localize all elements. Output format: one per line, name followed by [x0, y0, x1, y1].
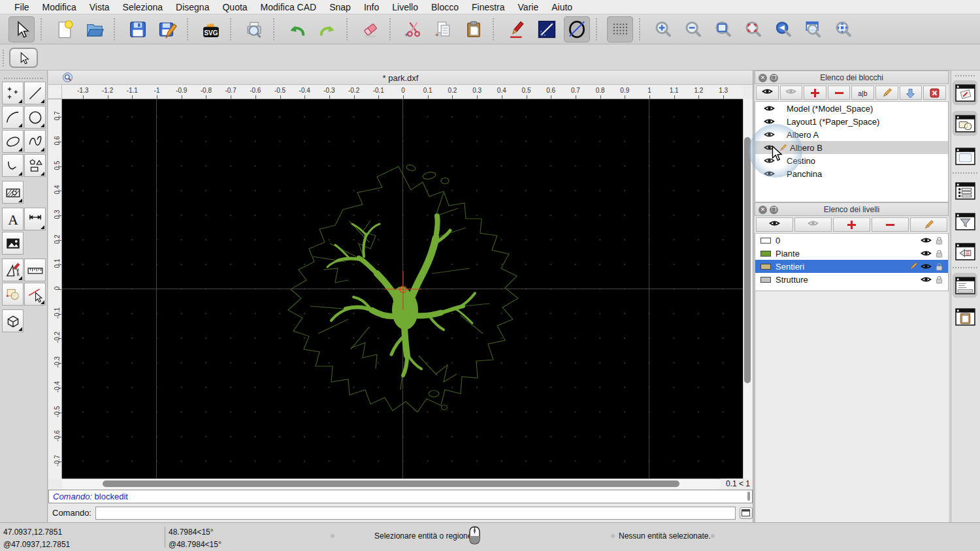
horizontal-scrollbar-thumb[interactable]	[103, 480, 679, 487]
layer-row[interactable]: Strutture	[755, 273, 948, 286]
open-folder-button[interactable]	[82, 16, 108, 42]
layer-panel-close-button[interactable]: ✕	[759, 206, 767, 214]
menu-livello[interactable]: Livello	[385, 0, 425, 14]
selection-pointer-button[interactable]	[9, 48, 38, 68]
menu-finestra[interactable]: Finestra	[465, 0, 512, 14]
zoom-out-button[interactable]	[680, 16, 706, 42]
save-as-button[interactable]	[155, 16, 181, 42]
layer-lock-icon[interactable]	[934, 275, 944, 285]
menu-vista[interactable]: Vista	[83, 0, 116, 14]
block-panel-close-button[interactable]: ✕	[759, 74, 767, 82]
command-panel-dock-button[interactable]	[953, 273, 977, 298]
block-row[interactable]: Albero B	[755, 141, 948, 154]
filter-panel-dock-button[interactable]	[953, 209, 977, 234]
menu-info[interactable]: Info	[357, 0, 385, 14]
show-all-layers-button[interactable]	[756, 217, 793, 232]
menu-disegna[interactable]: Disegna	[169, 0, 216, 14]
edit-layer-button[interactable]	[910, 217, 947, 232]
command-options-button[interactable]	[740, 507, 753, 519]
block-row[interactable]: Panchina	[755, 167, 948, 180]
layer-visibility-eye-icon[interactable]	[921, 262, 932, 270]
shapes-tool-button[interactable]	[24, 154, 46, 177]
layer-row[interactable]: 0	[755, 234, 948, 247]
measure-tool-button[interactable]	[24, 259, 46, 281]
drawing-canvas[interactable]	[62, 99, 743, 479]
block-row[interactable]: Model (*Model_Space)	[755, 102, 948, 115]
layer-visibility-eye-icon[interactable]	[921, 236, 932, 244]
spline-tool-button[interactable]	[24, 130, 46, 153]
block-row[interactable]: Layout1 (*Paper_Space)	[755, 115, 948, 128]
zoom-window-button[interactable]	[800, 16, 826, 42]
ellipse-tool-button[interactable]	[2, 130, 24, 153]
grid-toggle-button[interactable]	[607, 16, 633, 42]
line-draw-button[interactable]	[534, 16, 560, 42]
block-row[interactable]: Albero A	[755, 128, 948, 141]
block-row[interactable]: Cestino	[755, 154, 948, 167]
add-layer-button[interactable]	[833, 217, 870, 232]
empty-panel-dock-button[interactable]	[953, 144, 977, 168]
paste-button[interactable]	[461, 16, 487, 42]
menu-modifica[interactable]: Modifica	[36, 0, 83, 14]
print-preview-button[interactable]	[241, 16, 267, 42]
menu-varie[interactable]: Varie	[512, 0, 546, 14]
command-history-scrollbar[interactable]	[747, 492, 750, 501]
layer-panel-float-button[interactable]: ❐	[770, 206, 778, 214]
view-panel-dock-button[interactable]	[953, 239, 977, 264]
svg-export-button[interactable]: SVG	[198, 16, 224, 42]
erase-button[interactable]	[357, 16, 384, 42]
new-file-button[interactable]	[52, 16, 78, 42]
menu-quota[interactable]: Quota	[216, 0, 253, 14]
visibility-eye-icon[interactable]	[764, 104, 775, 112]
command-input[interactable]	[95, 507, 736, 520]
dimension-tool-button[interactable]	[24, 208, 46, 230]
visibility-eye-icon[interactable]	[764, 157, 775, 165]
undo-button[interactable]	[284, 16, 310, 42]
add-block-button[interactable]	[804, 86, 826, 100]
vertical-scrollbar-thumb[interactable]	[744, 137, 751, 383]
menu-aiuto[interactable]: Aiuto	[545, 0, 579, 14]
save-button[interactable]	[125, 16, 151, 42]
points-tool-button[interactable]	[2, 82, 24, 104]
delete-block-button[interactable]	[923, 86, 946, 100]
show-all-blocks-button[interactable]	[756, 86, 779, 100]
modify-tool-button[interactable]	[2, 259, 24, 281]
clipboard-panel-dock-button[interactable]	[953, 304, 977, 329]
ellipse-draw-button[interactable]	[564, 16, 590, 42]
zoom-auto-button[interactable]	[710, 16, 736, 42]
selection-tool-button[interactable]	[2, 283, 24, 306]
solid-tool-button[interactable]	[2, 309, 24, 332]
text-tool-button[interactable]: A	[2, 208, 24, 230]
cut-button[interactable]: +	[400, 16, 427, 42]
redo-button[interactable]	[314, 16, 340, 42]
layer-lock-icon[interactable]	[934, 249, 944, 259]
zoom-pan-button[interactable]	[830, 16, 857, 42]
property-editor-dock-button[interactable]	[953, 80, 977, 105]
list-panel-dock-button[interactable]	[953, 178, 977, 203]
hide-all-blocks-button[interactable]	[780, 86, 803, 100]
visibility-eye-icon[interactable]	[764, 131, 775, 138]
circle-tool-button[interactable]	[24, 106, 46, 129]
remove-layer-button[interactable]	[872, 217, 909, 232]
menu-snap[interactable]: Snap	[323, 0, 357, 14]
layer-visibility-eye-icon[interactable]	[921, 249, 932, 257]
zoom-previous-button[interactable]	[770, 16, 796, 42]
visibility-eye-icon[interactable]	[764, 170, 775, 178]
menu-seleziona[interactable]: Seleziona	[116, 0, 170, 14]
rename-block-button[interactable]: a|b	[851, 86, 874, 100]
hatch-tool-button[interactable]	[2, 181, 24, 204]
layer-lock-icon[interactable]	[934, 262, 944, 272]
polyline-tool-button[interactable]	[2, 154, 24, 177]
visibility-eye-icon[interactable]	[764, 118, 775, 125]
menu-modifica-cad[interactable]: Modifica CAD	[254, 0, 323, 14]
copy-button[interactable]: +	[431, 16, 457, 42]
layer-row[interactable]: Piante	[755, 247, 948, 260]
layer-visibility-eye-icon[interactable]	[921, 276, 932, 283]
insert-block-button[interactable]	[900, 86, 923, 100]
pen-button[interactable]	[504, 16, 530, 42]
arc-tool-button[interactable]	[2, 106, 24, 129]
block-panel-float-button[interactable]: ❐	[770, 74, 778, 82]
zoom-in-button[interactable]	[650, 16, 676, 42]
hide-all-layers-button[interactable]	[794, 217, 832, 232]
edit-block-button[interactable]	[875, 86, 898, 100]
image-tool-button[interactable]	[2, 232, 24, 255]
